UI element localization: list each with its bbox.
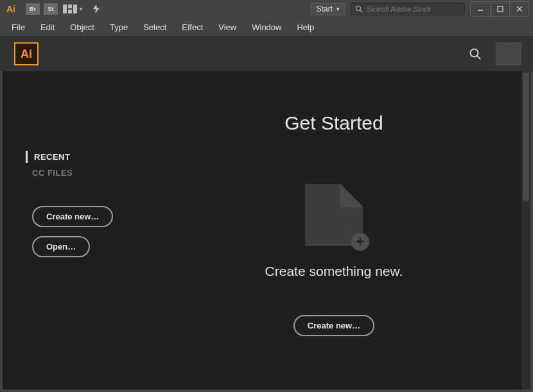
svg-point-10	[471, 49, 478, 57]
svg-line-11	[478, 56, 481, 60]
svg-rect-7	[498, 6, 503, 12]
main-create-new-button[interactable]: Create new…	[293, 315, 374, 336]
svg-rect-3	[73, 4, 77, 13]
app-logo-icon: Ai	[6, 3, 19, 15]
start-main: Get Started + Create something new. Crea…	[137, 71, 530, 389]
titlebar: Ai Br St ▾ Start ▾	[0, 0, 533, 18]
start-search-button[interactable]	[464, 42, 487, 65]
minimize-button[interactable]	[471, 2, 490, 16]
svg-rect-2	[68, 10, 72, 13]
account-button[interactable]	[496, 42, 521, 65]
stock-search-input[interactable]	[367, 5, 460, 13]
sidebar-tab-recent[interactable]: RECENT	[26, 151, 137, 163]
create-subtitle: Create something new.	[265, 264, 403, 279]
scrollbar-thumb[interactable]	[523, 72, 529, 201]
start-sidebar: RECENT CC FILES Create new… Open…	[3, 71, 137, 389]
menu-object[interactable]: Object	[62, 20, 102, 35]
vertical-scrollbar[interactable]	[521, 71, 530, 389]
close-button[interactable]	[509, 2, 529, 16]
gpu-performance-icon[interactable]	[89, 3, 103, 15]
menu-effect[interactable]: Effect	[174, 20, 211, 35]
menu-view[interactable]: View	[211, 20, 244, 35]
sidebar-tab-ccfiles[interactable]: CC FILES	[26, 167, 137, 179]
maximize-button[interactable]	[490, 2, 509, 16]
svg-point-4	[356, 6, 361, 11]
start-header: Ai	[0, 36, 533, 71]
menu-select[interactable]: Select	[135, 20, 174, 35]
menu-help[interactable]: Help	[289, 20, 322, 35]
menubar: File Edit Object Type Select Effect View…	[0, 18, 533, 36]
chevron-down-icon: ▾	[336, 6, 340, 12]
sidebar-create-new-button[interactable]: Create new…	[32, 206, 113, 227]
workspace-switcher[interactable]: Start ▾	[311, 3, 345, 15]
menu-type[interactable]: Type	[102, 20, 135, 35]
get-started-heading: Get Started	[284, 112, 383, 134]
illustrator-logo-icon: Ai	[14, 42, 39, 65]
svg-rect-0	[63, 4, 67, 13]
plus-icon: +	[351, 233, 369, 251]
start-workspace: RECENT CC FILES Create new… Open… Get St…	[3, 71, 530, 389]
sidebar-open-button[interactable]: Open…	[32, 236, 90, 257]
bridge-icon[interactable]: Br	[26, 3, 40, 15]
menu-file[interactable]: File	[4, 20, 33, 35]
svg-rect-1	[68, 4, 72, 8]
menu-edit[interactable]: Edit	[33, 20, 62, 35]
menu-window[interactable]: Window	[244, 20, 289, 35]
sidebar-actions: Create new… Open…	[32, 206, 137, 257]
sidebar-tabs: RECENT CC FILES	[32, 151, 137, 179]
stock-icon[interactable]: St	[44, 3, 58, 15]
arrange-docs-icon[interactable]	[62, 4, 78, 14]
window-controls	[470, 1, 529, 17]
new-file-illustration-icon: +	[305, 184, 363, 246]
svg-line-5	[360, 10, 362, 12]
workspace-label: Start	[317, 4, 333, 13]
arrange-docs-menu-chevron-icon[interactable]: ▾	[80, 6, 83, 12]
search-icon	[355, 5, 363, 13]
stock-search-box[interactable]	[351, 3, 465, 15]
